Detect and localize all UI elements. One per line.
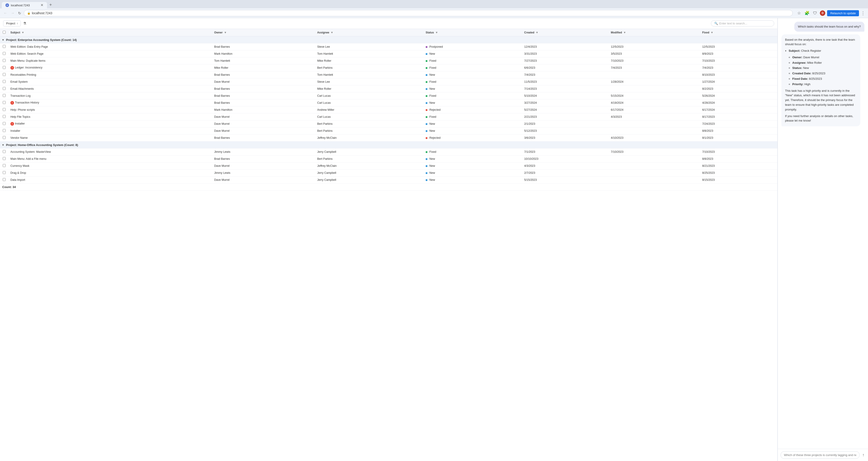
table-row: Vendor Name Brad Barnes Jeffrey McClain … xyxy=(0,134,777,142)
row-checkbox[interactable] xyxy=(3,129,6,132)
reload-btn[interactable]: ↻ xyxy=(17,10,22,16)
browser-menu-icon[interactable]: ⋮ xyxy=(861,10,865,16)
header-checkbox-col xyxy=(0,29,8,36)
profile-btn[interactable]: D xyxy=(820,10,825,16)
sort-button[interactable]: Project ↑ xyxy=(3,20,21,26)
extensions-icon[interactable]: 🧩 xyxy=(804,10,810,17)
status-cell: New xyxy=(423,120,522,127)
row-checkbox-cell xyxy=(0,162,8,170)
row-checkbox[interactable] xyxy=(3,178,6,181)
group-toggle-btn[interactable]: ▾ xyxy=(2,143,4,147)
tab-close-btn[interactable]: ✕ xyxy=(40,3,43,7)
created-cell: 12/4/2023 xyxy=(522,43,609,51)
modified-cell: 4/10/2023 xyxy=(609,134,700,142)
modified-cell: 12/5/2023 xyxy=(609,43,700,51)
row-checkbox[interactable] xyxy=(3,115,6,118)
owner-cell: Dave Murrel xyxy=(212,127,315,134)
chat-input[interactable] xyxy=(780,451,860,459)
group-toggle-btn[interactable]: ▾ xyxy=(2,38,4,41)
row-checkbox[interactable] xyxy=(3,73,6,76)
header-owner: Owner ▼ xyxy=(212,29,315,36)
subject-cell: Main Menu: Duplicate Items xyxy=(8,57,212,64)
filter-icon-btn[interactable]: ⚗ xyxy=(23,21,26,26)
tab-favicon: ● xyxy=(5,3,9,7)
row-checkbox[interactable] xyxy=(3,80,6,83)
row-checkbox[interactable] xyxy=(3,45,6,48)
row-checkbox[interactable] xyxy=(3,171,6,174)
row-checkbox[interactable] xyxy=(3,136,6,139)
row-checkbox[interactable] xyxy=(3,94,6,97)
row-checkbox[interactable] xyxy=(3,59,6,62)
group-cell: ▾ Project: Home-Office Accounting System… xyxy=(0,142,777,149)
status-dot xyxy=(426,137,428,139)
assignee-filter-btn[interactable]: ▼ xyxy=(330,31,334,34)
subject-text: Installer xyxy=(15,122,25,125)
row-checkbox[interactable] xyxy=(3,52,6,55)
ai-explanation: This task has a high priority and is cur… xyxy=(785,89,857,112)
status-filter-btn[interactable]: ▼ xyxy=(435,31,438,34)
row-checkbox[interactable] xyxy=(3,164,6,167)
row-checkbox[interactable] xyxy=(3,101,6,104)
forward-btn[interactable]: → xyxy=(10,10,16,16)
header-subject-label: Subject xyxy=(10,31,20,34)
subject-text: Main Menu: Add a File menu xyxy=(10,157,46,160)
relaunch-btn[interactable]: Relaunch to update xyxy=(827,10,859,16)
active-tab[interactable]: ● localhost:7243 ✕ xyxy=(2,2,47,8)
status-text: Fixed xyxy=(430,80,436,83)
tab-bar: ● localhost:7243 ✕ + xyxy=(2,1,866,8)
subject-cell: Web Edition: Data Entry Page xyxy=(8,43,212,51)
table-wrapper[interactable]: Subject ▼ Owner ▼ Assign xyxy=(0,29,777,461)
row-checkbox-cell xyxy=(0,99,8,106)
created-cell: 7/4/2023 xyxy=(522,71,609,79)
assignee-cell: Carl Lucas xyxy=(315,99,423,106)
row-checkbox[interactable] xyxy=(3,87,6,90)
subject-text: Transaction Log xyxy=(10,94,31,97)
subject-text: Transaction History xyxy=(15,101,39,104)
status-dot xyxy=(426,60,428,62)
bookmark-icon[interactable]: ☆ xyxy=(796,10,802,17)
created-cell: 2/7/2023 xyxy=(522,170,609,177)
subject-filter-btn[interactable]: ▼ xyxy=(21,31,25,34)
assignee-cell: Mike Roller xyxy=(315,57,423,64)
created-filter-btn[interactable]: ▼ xyxy=(535,31,539,34)
search-input[interactable] xyxy=(719,22,771,25)
row-checkbox[interactable] xyxy=(3,66,6,69)
subject-cell: Vendor Name xyxy=(8,134,212,142)
row-checkbox[interactable] xyxy=(3,157,6,160)
select-all-checkbox[interactable] xyxy=(3,31,6,34)
fixed-filter-btn[interactable]: ▼ xyxy=(710,31,714,34)
assignee-cell: Carl Lucas xyxy=(315,92,423,99)
status-cell: Fixed xyxy=(423,92,522,99)
new-tab-btn[interactable]: + xyxy=(48,1,54,8)
table-row: Installer Dave Murrel Bert Parkins New 5… xyxy=(0,127,777,134)
search-container[interactable]: 🔍 xyxy=(711,20,774,26)
modified-cell xyxy=(609,85,700,92)
count-cell: Count: 34 xyxy=(0,184,777,191)
fixed-cell: 8/21/2023 xyxy=(700,162,777,170)
subject-text: Main Menu: Duplicate Items xyxy=(10,59,45,62)
chat-send-btn[interactable]: ↑ xyxy=(862,452,865,458)
modified-filter-btn[interactable]: ▼ xyxy=(623,31,627,34)
back-btn[interactable]: ← xyxy=(3,10,8,16)
created-cell: 2/21/2023 xyxy=(522,114,609,120)
status-dot xyxy=(426,158,428,160)
row-checkbox-cell xyxy=(0,43,8,51)
row-checkbox[interactable] xyxy=(3,108,6,111)
created-cell: 5/12/2023 xyxy=(522,127,609,134)
chat-panel: Which tasks should the team focus on and… xyxy=(778,18,868,461)
ai-subject-value: Check Register xyxy=(801,49,821,53)
row-checkbox[interactable] xyxy=(3,150,6,153)
assignee-cell: Jerry Campbell xyxy=(315,149,423,155)
owner-filter-btn[interactable]: ▼ xyxy=(223,31,227,34)
modified-cell xyxy=(609,162,700,170)
row-checkbox[interactable] xyxy=(3,122,6,125)
row-checkbox-cell xyxy=(0,57,8,64)
status-text: Fixed xyxy=(430,115,436,118)
address-bar[interactable]: 🔒 localhost:7243 xyxy=(24,10,793,16)
table-row: Accounting System: MasterView Jimmy Lewi… xyxy=(0,149,777,155)
user-message-bubble: Which tasks should the team focus on and… xyxy=(794,22,864,32)
shield-icon[interactable]: 🛡 xyxy=(812,10,818,17)
row-checkbox-cell xyxy=(0,71,8,79)
owner-cell: Jimmy Lewis xyxy=(212,170,315,177)
ai-fixed-label: Fixed Date: xyxy=(792,77,808,81)
